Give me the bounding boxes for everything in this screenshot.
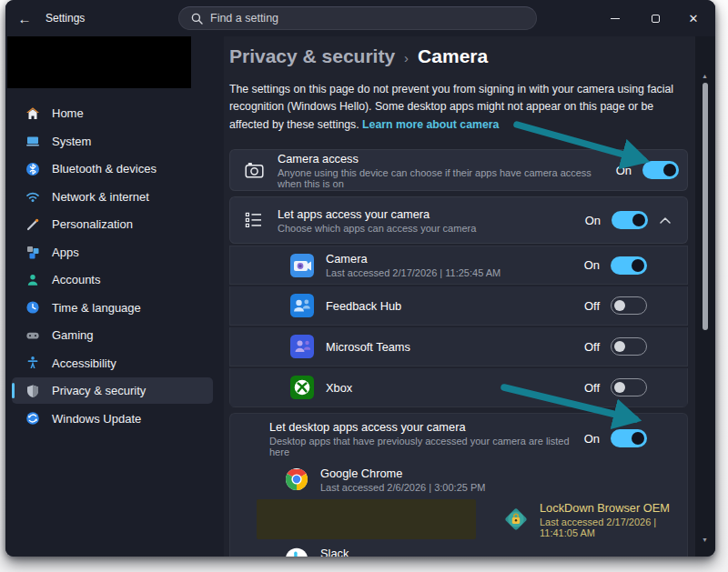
toggle-knob: [663, 164, 676, 176]
sidebar-item-accounts[interactable]: Accounts: [12, 266, 213, 293]
breadcrumb-parent[interactable]: Privacy & security: [229, 45, 395, 67]
refresh-icon: [25, 411, 40, 426]
sidebar-item-label: Apps: [52, 246, 79, 259]
app-name: Microsoft Teams: [326, 340, 584, 354]
app-row-xbox: Xbox Off: [229, 368, 688, 407]
sidebar-item-label: Bluetooth & devices: [52, 162, 157, 176]
app-name: Google Chrome: [320, 467, 687, 480]
home-icon: [25, 105, 40, 121]
minimize-icon: [611, 18, 620, 19]
desktop-app-row-lockdown-browser: LockDown Browser OEM Last accessed 2/17/…: [230, 499, 687, 539]
screenshot-stage: ← Settings ✕ Home: [0, 0, 728, 572]
google-chrome-icon: [285, 467, 308, 491]
breadcrumb: Privacy & security › Camera: [229, 45, 695, 67]
app-name: LockDown Browser OEM: [540, 501, 687, 515]
settings-window: ← Settings ✕ Home: [5, 0, 715, 557]
sidebar-item-label: Privacy & security: [52, 384, 146, 397]
sidebar-item-label: Accessibility: [52, 356, 116, 370]
camera-access-card: Camera access Anyone using this device c…: [229, 149, 688, 191]
accessibility-icon: [25, 356, 40, 371]
sidebar-item-time-language[interactable]: Time & language: [12, 295, 213, 321]
search-box[interactable]: [178, 6, 537, 30]
toggle-knob: [614, 341, 625, 352]
shield-icon: [25, 383, 40, 398]
collapse-expander-button[interactable]: [652, 206, 679, 234]
sidebar-item-system[interactable]: System: [12, 128, 213, 155]
system-icon: [25, 134, 40, 149]
titlebar: ← Settings ✕: [5, 0, 715, 36]
app-last-accessed: Last accessed 2/17/2026 | 11:25:45 AM: [326, 267, 584, 278]
window-title: Settings: [46, 12, 85, 25]
sidebar-item-label: Windows Update: [52, 412, 141, 426]
sidebar-item-label: System: [52, 135, 91, 148]
scrollbar-up-icon[interactable]: ▲: [701, 73, 709, 79]
sidebar-item-network[interactable]: Network & internet: [12, 184, 213, 210]
app-name: Xbox: [326, 381, 584, 395]
sidebar-item-apps[interactable]: Apps: [12, 239, 213, 266]
sidebar-item-accessibility[interactable]: Accessibility: [12, 350, 213, 376]
toggle-knob: [632, 432, 644, 445]
desktop-apps-card: Let desktop apps access your camera Desk…: [229, 413, 688, 557]
minimize-button[interactable]: [595, 0, 635, 36]
microsoft-teams-toggle[interactable]: [611, 337, 647, 356]
app-last-accessed: Last accessed 2/6/2026 | 3:00:25 PM: [320, 482, 687, 493]
sidebar-item-home[interactable]: Home: [12, 100, 213, 126]
gamepad-icon: [25, 327, 40, 343]
setting-subtitle: Choose which apps can access your camera: [278, 223, 585, 234]
setting-title: Camera access: [278, 152, 616, 166]
setting-subtitle: Desktop apps that have previously access…: [269, 436, 584, 457]
bluetooth-icon: [25, 161, 40, 176]
microsoft-teams-app-icon: [290, 335, 314, 358]
toggle-state-label: Off: [584, 340, 600, 354]
person-icon: [25, 272, 40, 287]
slack-icon: [285, 547, 308, 557]
scrollbar-thumb[interactable]: [703, 83, 708, 330]
app-name: Camera: [326, 252, 584, 266]
learn-more-link[interactable]: Learn more about camera: [362, 118, 499, 131]
let-apps-toggle[interactable]: [612, 211, 648, 229]
feedback-hub-toggle[interactable]: [611, 296, 647, 315]
page-title: Camera: [418, 45, 488, 67]
sidebar-item-privacy-security[interactable]: Privacy & security: [12, 377, 213, 404]
maximize-icon: [652, 15, 660, 23]
desktop-apps-toggle[interactable]: [611, 429, 647, 447]
sidebar-item-gaming[interactable]: Gaming: [12, 322, 213, 348]
desktop-apps-header: Let desktop apps access your camera Desk…: [230, 414, 687, 459]
sidebar-item-label: Time & language: [52, 301, 141, 315]
sidebar-item-windows-update[interactable]: Windows Update: [12, 406, 213, 432]
sidebar-item-label: Accounts: [52, 273, 100, 286]
xbox-toggle[interactable]: [611, 378, 647, 396]
app-row-feedback-hub: Feedback Hub Off: [229, 286, 688, 326]
back-arrow-icon: ←: [18, 11, 32, 26]
toggle-knob: [614, 382, 625, 393]
setting-title: Let apps access your camera: [278, 207, 585, 221]
desktop-app-row-slack: Slack Last accessed 2/11/2026 | 12:09:11…: [230, 539, 687, 557]
camera-outline-icon: [230, 162, 278, 178]
feedback-hub-app-icon: [290, 294, 314, 317]
maximize-button[interactable]: [635, 0, 675, 36]
sidebar-item-personalization[interactable]: Personalization: [12, 211, 213, 237]
desktop-app-row-chrome: Google Chrome Last accessed 2/6/2026 | 3…: [230, 459, 687, 499]
camera-access-toggle[interactable]: [642, 161, 679, 179]
sidebar-item-bluetooth[interactable]: Bluetooth & devices: [12, 156, 213, 182]
chevron-up-icon: [660, 217, 671, 224]
app-permission-list: Camera Last accessed 2/17/2026 | 11:25:4…: [229, 246, 688, 407]
xbox-app-icon: [290, 376, 314, 399]
close-button[interactable]: ✕: [673, 0, 713, 36]
scrollbar-down-icon[interactable]: ▼: [701, 537, 709, 543]
close-icon: ✕: [689, 13, 699, 25]
back-button[interactable]: ←: [11, 5, 38, 31]
camera-app-toggle[interactable]: [611, 256, 647, 275]
search-input[interactable]: [210, 12, 511, 25]
app-row-microsoft-teams: Microsoft Teams Off: [229, 327, 688, 366]
sidebar-item-label: Home: [52, 106, 84, 120]
setting-title: Let desktop apps access your camera: [269, 420, 584, 434]
app-name: Feedback Hub: [326, 299, 584, 313]
paintbrush-icon: [25, 216, 40, 232]
content-pane: Privacy & security › Camera The settings…: [224, 36, 695, 557]
breadcrumb-separator-icon: ›: [404, 50, 409, 65]
app-last-accessed: Last accessed 2/17/2026 | 11:41:05 AM: [540, 517, 687, 538]
let-apps-expander[interactable]: Let apps access your camera Choose which…: [229, 196, 688, 244]
apps-icon: [25, 245, 40, 260]
clock-icon: [25, 300, 40, 316]
